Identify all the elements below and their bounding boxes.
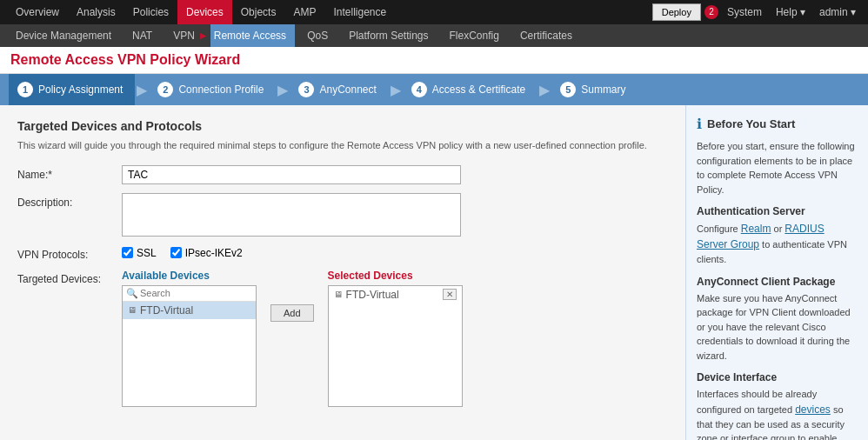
help-menu[interactable]: Help ▾ (771, 6, 811, 18)
page-title: Remote Access VPN Policy Wizard (10, 52, 240, 67)
available-devices-title: Available Devices (122, 270, 257, 282)
main-content: Targeted Devices and Protocols This wiza… (0, 105, 868, 440)
breadcrumb-separator: ► (198, 30, 209, 42)
nav-remote-access[interactable]: Remote Access (210, 24, 295, 47)
description-row: Description: (17, 193, 668, 237)
ipsec-label: IPsec-IKEv2 (185, 247, 243, 259)
page-title-bar: Remote Access VPN Policy Wizard (0, 47, 868, 74)
selected-device-item: 🖥 FTD-Virtual ✕ (329, 286, 462, 303)
search-box: 🔍 (123, 286, 256, 302)
add-button[interactable]: Add (270, 304, 314, 322)
wizard-step-3-num: 3 (298, 82, 314, 97)
description-input[interactable] (122, 193, 461, 237)
nav-flexconfig[interactable]: FlexConfig (441, 24, 508, 47)
info-panel: ℹ Before You Start Before you start, ens… (685, 105, 868, 440)
form-area: Targeted Devices and Protocols This wiza… (0, 105, 685, 440)
nav-item-analysis[interactable]: Analysis (68, 0, 124, 24)
second-nav-bar: Device Management NAT VPN ► Remote Acces… (0, 24, 868, 47)
system-link[interactable]: System (722, 6, 767, 18)
nav-item-policies[interactable]: Policies (124, 0, 177, 24)
nav-item-overview[interactable]: Overview (7, 0, 68, 24)
wizard-step-5[interactable]: 5 Summary (551, 74, 638, 105)
wizard-steps: 1 Policy Assignment ▶ 2 Connection Profi… (0, 74, 868, 105)
nav-vpn[interactable]: VPN (164, 24, 197, 47)
wizard-step-5-label: Summary (581, 83, 625, 96)
targeted-devices-label: Targeted Devices: (17, 270, 122, 285)
wizard-arrow-3: ▶ (391, 82, 401, 98)
device-interface-body: Interfaces should be already configured … (697, 387, 858, 440)
alert-badge: 2 (704, 5, 718, 19)
info-panel-title: Before You Start (707, 117, 795, 130)
available-device-item[interactable]: 🖥 FTD-Virtual (123, 302, 256, 319)
wizard-arrow-4: ▶ (539, 82, 550, 98)
wizard-step-2-num: 2 (157, 82, 173, 97)
nav-item-amp[interactable]: AMP (284, 0, 324, 24)
selected-devices-panel: Selected Devices 🖥 FTD-Virtual ✕ (328, 270, 463, 407)
search-icon: 🔍 (126, 288, 138, 299)
anyconnect-title: AnyConnect Client Package (697, 276, 858, 288)
devices-link[interactable]: devices (795, 403, 831, 416)
ipsec-checkbox-label[interactable]: IPsec-IKEv2 (170, 247, 243, 259)
ssl-checkbox-label[interactable]: SSL (122, 247, 157, 259)
available-device-name: FTD-Virtual (140, 304, 193, 317)
wizard-arrow-1: ▶ (137, 82, 147, 98)
device-interface-title: Device Interface (697, 371, 858, 383)
realm-link[interactable]: Realm (741, 223, 771, 235)
nav-item-objects[interactable]: Objects (232, 0, 285, 24)
ssl-label: SSL (137, 247, 157, 259)
selected-devices-list: 🖥 FTD-Virtual ✕ (328, 285, 463, 407)
wizard-step-4[interactable]: 4 Access & Certificate (403, 74, 537, 105)
nav-certificates[interactable]: Certificates (511, 24, 581, 47)
nav-item-devices[interactable]: Devices (177, 0, 232, 24)
ipsec-checkbox[interactable] (170, 247, 182, 258)
wizard-step-2-label: Connection Profile (178, 83, 264, 96)
wizard-step-4-label: Access & Certificate (432, 83, 525, 96)
deploy-button[interactable]: Deploy (652, 3, 701, 21)
vpn-protocols-group: SSL IPsec-IKEv2 (122, 245, 243, 259)
available-devices-panel: Available Devices 🔍 🖥 FTD-Virtual (122, 270, 257, 407)
selected-device-icon: 🖥 (334, 290, 343, 299)
section-desc: This wizard will guide you through the r… (17, 138, 668, 153)
wizard-step-4-num: 4 (411, 82, 427, 97)
nav-qos[interactable]: QoS (298, 24, 337, 47)
vpn-breadcrumb: VPN ► Remote Access (164, 24, 295, 47)
wizard-step-2[interactable]: 2 Connection Profile (149, 74, 276, 105)
nav-platform-settings[interactable]: Platform Settings (340, 24, 437, 47)
search-input[interactable] (140, 288, 252, 298)
targeted-devices-row: Targeted Devices: Available Devices 🔍 🖥 … (17, 270, 668, 407)
vpn-protocols-label: VPN Protocols: (17, 245, 122, 261)
info-icon: ℹ (697, 116, 702, 132)
auth-server-title: Authentication Server (697, 205, 858, 217)
top-nav-bar: Overview Analysis Policies Devices Objec… (0, 0, 868, 24)
wizard-step-5-num: 5 (560, 82, 576, 97)
name-input[interactable] (122, 165, 461, 184)
available-devices-list: 🔍 🖥 FTD-Virtual (122, 285, 257, 407)
devices-panels: Available Devices 🔍 🖥 FTD-Virtual (122, 270, 463, 407)
selected-devices-title: Selected Devices (328, 270, 463, 282)
device-icon: 🖥 (128, 305, 137, 315)
name-row: Name:* (17, 165, 668, 184)
nav-device-management[interactable]: Device Management (7, 24, 120, 47)
nav-item-intelligence[interactable]: Intelligence (324, 0, 395, 24)
wizard-arrow-2: ▶ (277, 82, 288, 98)
info-panel-header: ℹ Before You Start (697, 116, 858, 132)
nav-nat[interactable]: NAT (124, 24, 161, 47)
ssl-checkbox[interactable] (122, 247, 133, 258)
name-label: Name:* (17, 165, 122, 181)
section-title: Targeted Devices and Protocols (17, 119, 668, 133)
admin-menu[interactable]: admin ▾ (814, 6, 861, 18)
wizard-step-1-num: 1 (17, 82, 33, 97)
add-remove-buttons: Add (265, 304, 319, 322)
selected-device-name: FTD-Virtual (346, 289, 399, 301)
vpn-protocols-row: VPN Protocols: SSL IPsec-IKEv2 (17, 245, 668, 261)
remove-device-button[interactable]: ✕ (443, 289, 457, 300)
wizard-step-1[interactable]: 1 Policy Assignment (9, 74, 135, 105)
anyconnect-body: Make sure you have AnyConnect package fo… (697, 291, 858, 363)
description-label: Description: (17, 193, 122, 209)
wizard-step-1-label: Policy Assignment (38, 83, 123, 96)
info-panel-desc: Before you start, ensure the following c… (697, 139, 858, 197)
auth-server-body: Configure Realm or RADIUS Server Group t… (697, 221, 858, 267)
wizard-step-3-label: AnyConnect (319, 83, 376, 96)
wizard-step-3[interactable]: 3 AnyConnect (290, 74, 388, 105)
